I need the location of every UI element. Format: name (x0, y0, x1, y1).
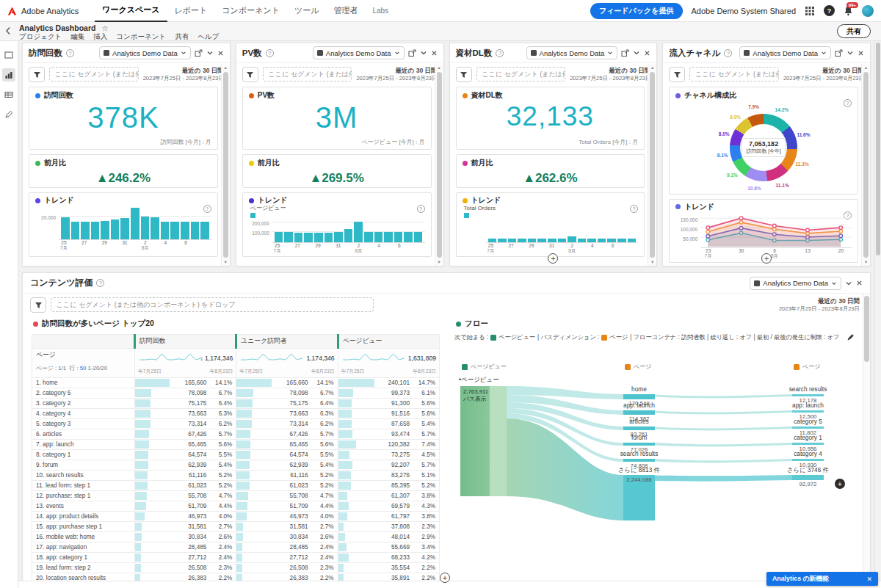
delta-card[interactable]: 前月比 ▲262.6% (456, 154, 645, 188)
sankey-node[interactable] (792, 394, 824, 396)
chart-info-icon[interactable]: ? (417, 205, 425, 213)
app-switcher-icon[interactable] (805, 6, 815, 16)
sankey-node[interactable] (623, 410, 655, 415)
segment-filter-button[interactable] (30, 297, 46, 313)
collapse-chevron-icon[interactable] (845, 280, 852, 287)
sankey-node[interactable] (792, 410, 824, 413)
delta-card[interactable]: 前月比 ▲269.5% (242, 154, 432, 188)
help-icon[interactable]: ? (824, 5, 835, 16)
info-icon[interactable]: ? (266, 49, 274, 57)
info-icon[interactable]: ? (724, 49, 732, 57)
sankey-node-label[interactable]: app: launch (623, 402, 655, 409)
table-row[interactable]: 6. articles67,4265.7%67,4265.7%93,4745.7… (32, 429, 440, 440)
dataset-dropdown[interactable]: Analytics Demo Data (526, 46, 618, 59)
tab-admin[interactable]: 管理者 (326, 0, 365, 22)
tab-labs[interactable]: Labs (365, 0, 396, 22)
flow-sankey-chart[interactable]: ページビュー ページ ページ (454, 363, 842, 576)
segment-dropzone[interactable]: ここに セグメント (または他のコンポーネント) をドロップ (51, 297, 374, 312)
rail-table-icon[interactable] (2, 88, 15, 101)
date-range[interactable]: 最近の 30 日間2023年7月25日 - 2023年8月23日 (779, 297, 860, 313)
table-row[interactable]: 7. app: launch65,4655.6%65,4655.6%120,38… (32, 440, 440, 450)
segment-dropzone[interactable]: ここに セグメント (または他のコンポーネント)... (476, 67, 566, 81)
menu-share[interactable]: 共有 (175, 32, 189, 42)
kpi-card[interactable]: 訪問回数 378K 訪問回数 [今月] : 月 (29, 87, 218, 150)
sankey-node[interactable] (792, 443, 824, 445)
menu-insert[interactable]: 挿入 (93, 32, 107, 42)
segment-filter-button[interactable] (456, 67, 472, 82)
sankey-node-label[interactable]: category 1 (794, 434, 822, 441)
tab-components[interactable]: コンポーネント (214, 0, 287, 22)
trend-card[interactable]: トレンド ? 20,000257月27293128月46 (29, 192, 218, 257)
segment-filter-button[interactable] (242, 67, 258, 82)
table-row[interactable]: 17. app: navigation28,4852.4%28,4852.4%5… (32, 542, 440, 553)
sankey-node-label[interactable]: search results (789, 385, 827, 393)
trend-card[interactable]: トレンド ? ページビュー 200,000100,000257月27293128… (242, 192, 432, 257)
table-row[interactable]: 14. app: product details46,9734.0%46,973… (32, 512, 440, 522)
flow-add-column-button[interactable]: + (835, 479, 845, 489)
close-icon[interactable] (217, 50, 224, 57)
table-row[interactable]: 1. home165,66014.1%165,66014.1%240,10114… (32, 378, 440, 388)
panel-scrollbar[interactable]: ▲▼ (221, 64, 230, 266)
segment-filter-button[interactable] (29, 67, 45, 82)
dataset-dropdown[interactable]: Analytics Demo Data (750, 277, 841, 290)
tab-tools[interactable]: ツール (287, 0, 327, 22)
rows-per-page[interactable]: 50 (80, 365, 87, 371)
sankey-node[interactable] (792, 459, 824, 461)
segment-filter-button[interactable] (669, 67, 685, 82)
table-row[interactable]: 11. lead form: step 161,0235.2%61,0235.2… (32, 481, 440, 491)
close-icon[interactable] (858, 50, 864, 57)
panel-scrollbar[interactable]: ▲▼ (648, 64, 656, 266)
tab-workspace[interactable]: ワークスペース (95, 0, 167, 22)
sankey-node[interactable] (792, 475, 824, 480)
toast-close-icon[interactable]: ✕ (866, 576, 872, 583)
close-icon[interactable] (644, 50, 650, 57)
menu-help[interactable]: ヘルプ (197, 32, 219, 42)
table-row[interactable]: 12. purchase: step 155,7084.7%55,7084.7%… (32, 491, 440, 501)
pageviews-total[interactable]: 1,631,809 (408, 355, 436, 362)
share-button[interactable]: 共有 (837, 24, 871, 38)
panel-scrollbar[interactable] (863, 294, 870, 581)
expand-icon[interactable] (408, 49, 416, 57)
collapse-chevron-icon[interactable] (206, 49, 214, 57)
expand-icon[interactable] (621, 49, 629, 57)
visits-total[interactable]: ↓ 1,174,346 (200, 355, 233, 362)
sankey-node[interactable] (623, 459, 655, 462)
header-visits[interactable]: 訪問回数 (135, 335, 236, 349)
feedback-button[interactable]: フィードバックを提供 (590, 3, 683, 19)
info-icon[interactable]: ? (66, 49, 74, 57)
sankey-node-label[interactable]: さらに 3746 件 (787, 466, 829, 474)
table-row[interactable]: 2. category 578,0986.7%78,0986.7%99,3736… (32, 388, 440, 399)
table-row[interactable]: 10. search results61,1165.2%61,1165.2%83… (32, 471, 440, 481)
panel-scrollbar[interactable]: ▲▼ (861, 64, 870, 266)
channel-donut-chart[interactable]: 7,053,182 訪問回数 [今年] 14.2%11.6%11.3%11.1%… (675, 100, 852, 189)
org-name[interactable]: Adobe Demo System Shared (692, 7, 796, 15)
sankey-node[interactable] (623, 427, 655, 430)
notifications-bell-icon[interactable]: 99+ (844, 6, 853, 16)
back-icon[interactable] (5, 26, 11, 35)
menu-edit[interactable]: 編集 (70, 32, 84, 42)
date-range[interactable]: 最近の 30 日間2023年7月25日 - 2023年8月23日 (356, 67, 437, 82)
table-row[interactable]: 18. app: category 127,7122.4%27,7122.4%6… (32, 553, 440, 563)
delta-card[interactable]: 前月比 ▲246.2% (29, 154, 218, 188)
sankey-node-label[interactable]: category 5 (794, 418, 822, 425)
collapse-chevron-icon[interactable] (420, 49, 427, 57)
sankey-node-label[interactable]: articles (629, 418, 648, 425)
table-row[interactable]: 13. events51,7094.4%51,7094.4%69,5794.3% (32, 501, 440, 512)
sankey-node[interactable] (623, 394, 655, 399)
sankey-node-label[interactable]: category 4 (794, 450, 822, 457)
table-row[interactable]: 19. lead form: step 226,5082.3%26,5082.3… (32, 563, 440, 573)
close-icon[interactable] (856, 280, 863, 286)
avatar[interactable] (862, 5, 874, 17)
menu-components[interactable]: コンポーネント (116, 32, 166, 42)
tab-reports[interactable]: レポート (167, 0, 215, 22)
uniques-total[interactable]: 1,174,346 (306, 355, 334, 362)
dataset-dropdown[interactable]: Analytics Demo Data (99, 46, 191, 59)
segment-dropzone[interactable]: ここに セグメント (または他のコンポーネント)... (689, 67, 779, 81)
add-visualization-button[interactable]: + (548, 253, 558, 264)
add-visualization-button[interactable]: + (761, 253, 772, 264)
sankey-node[interactable] (623, 443, 655, 446)
expand-icon[interactable] (835, 49, 843, 57)
date-range[interactable]: 最近の 30 日間2023年7月25日 - 2023年8月23日 (570, 67, 650, 82)
whats-new-toast[interactable]: Analytics の新機能 ✕ (766, 572, 878, 586)
trend-card[interactable]: トレンド ? Total Orders 257月27293128月46 (456, 192, 645, 257)
